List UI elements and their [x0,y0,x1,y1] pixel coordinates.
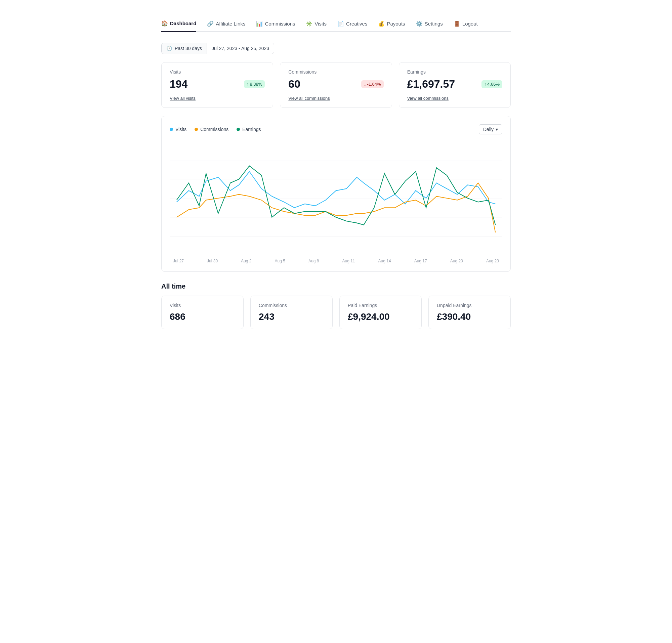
chart-legend: Visits Commissions Earnings [170,127,261,132]
alltime-paid-earnings-label: Paid Earnings [348,303,413,308]
alltime-section: All time Visits 686 Commissions 243 Paid… [161,282,511,329]
date-filter[interactable]: 🕐 Past 30 days Jul 27, 2023 - Aug 25, 20… [161,43,274,54]
period-selector[interactable]: 🕐 Past 30 days [161,43,207,54]
earnings-card: Earnings £1,697.57 ↑ 4.66% View all comm… [399,62,511,108]
visits-icon: ✳️ [306,21,312,27]
earnings-badge: ↑ 4.66% [481,80,502,88]
x-axis-labels: Jul 27 Jul 30 Aug 2 Aug 5 Aug 8 Aug 11 A… [170,259,502,263]
x-label-1: Jul 30 [207,259,218,263]
alltime-visits-label: Visits [170,303,235,308]
earnings-value-row: £1,697.57 ↑ 4.66% [407,78,502,90]
legend-earnings-dot [237,128,240,131]
nav-dashboard[interactable]: 🏠 Dashboard [161,20,196,32]
alltime-commissions-label: Commissions [259,303,324,308]
nav-settings[interactable]: ⚙️ Settings [416,21,443,32]
legend-commissions-dot [194,128,198,131]
commissions-card: Commissions 60 ↓ -1.64% View all commiss… [280,62,392,108]
visits-value: 194 [170,78,188,90]
alltime-unpaid-earnings-label: Unpaid Earnings [437,303,502,308]
x-label-6: Aug 14 [378,259,391,263]
visits-badge-arrow: ↑ [247,82,249,87]
chart-container: Visits Commissions Earnings Daily ▾ [161,116,511,272]
earnings-value: £1,697.57 [407,78,455,90]
alltime-title: All time [161,282,511,290]
commissions-value-row: 60 ↓ -1.64% [288,78,383,90]
earnings-label: Earnings [407,69,502,75]
visits-badge: ↑ 8.38% [244,80,265,88]
link-icon: 🔗 [207,21,214,27]
creatives-icon: 📄 [337,21,344,27]
view-all-commissions-link-2[interactable]: View all commissions [407,96,502,101]
x-label-2: Aug 2 [241,259,251,263]
visits-card: Visits 194 ↑ 8.38% View all visits [161,62,273,108]
alltime-paid-earnings-card: Paid Earnings £9,924.00 [339,296,422,329]
x-label-9: Aug 23 [486,259,499,263]
alltime-commissions-value: 243 [259,312,324,322]
legend-commissions: Commissions [194,127,228,132]
alltime-cards-row: Visits 686 Commissions 243 Paid Earnings… [161,296,511,329]
earnings-badge-arrow: ↑ [484,82,487,87]
x-label-5: Aug 11 [342,259,355,263]
alltime-unpaid-earnings-value: £390.40 [437,312,502,322]
date-range-display: Jul 27, 2023 - Aug 25, 2023 [207,43,274,54]
visits-label: Visits [170,69,265,75]
nav-logout[interactable]: 🚪 Logout [454,21,478,32]
chevron-down-icon: ▾ [496,127,498,132]
commissions-icon: 📊 [256,21,263,27]
alltime-visits-value: 686 [170,312,235,322]
commissions-value: 60 [288,78,300,90]
nav-creatives[interactable]: 📄 Creatives [337,21,367,32]
x-label-8: Aug 20 [450,259,463,263]
view-all-visits-link[interactable]: View all visits [170,96,265,101]
x-label-7: Aug 17 [414,259,427,263]
view-all-commissions-link-1[interactable]: View all commissions [288,96,383,101]
main-nav: 🏠 Dashboard 🔗 Affiliate Links 📊 Commissi… [161,20,511,32]
nav-visits[interactable]: ✳️ Visits [306,21,327,32]
stat-cards-row: Visits 194 ↑ 8.38% View all visits Commi… [161,62,511,108]
commissions-badge-text: -1.64% [367,82,381,87]
x-label-4: Aug 8 [309,259,319,263]
home-icon: 🏠 [161,20,168,26]
commissions-badge: ↓ -1.64% [361,80,384,88]
chart-header: Visits Commissions Earnings Daily ▾ [170,124,502,134]
x-label-0: Jul 27 [173,259,184,263]
alltime-visits-card: Visits 686 [161,296,243,329]
logout-icon: 🚪 [454,21,460,27]
chart-interval-dropdown[interactable]: Daily ▾ [479,124,502,134]
alltime-commissions-card: Commissions 243 [250,296,333,329]
nav-payouts[interactable]: 💰 Payouts [378,21,405,32]
legend-visits: Visits [170,127,187,132]
x-label-3: Aug 5 [275,259,285,263]
earnings-badge-text: 4.66% [487,82,500,87]
commissions-label: Commissions [288,69,383,75]
legend-visits-dot [170,128,173,131]
settings-icon: ⚙️ [416,21,423,27]
nav-commissions[interactable]: 📊 Commissions [256,21,295,32]
clock-icon: 🕐 [166,46,172,51]
visits-value-row: 194 ↑ 8.38% [170,78,265,90]
line-chart [170,141,502,255]
payouts-icon: 💰 [378,21,385,27]
alltime-paid-earnings-value: £9,924.00 [348,312,413,322]
commissions-badge-arrow: ↓ [364,82,366,87]
alltime-unpaid-earnings-card: Unpaid Earnings £390.40 [429,296,511,329]
legend-earnings: Earnings [237,127,261,132]
visits-badge-text: 8.38% [250,82,262,87]
nav-affiliate-links[interactable]: 🔗 Affiliate Links [207,21,245,32]
